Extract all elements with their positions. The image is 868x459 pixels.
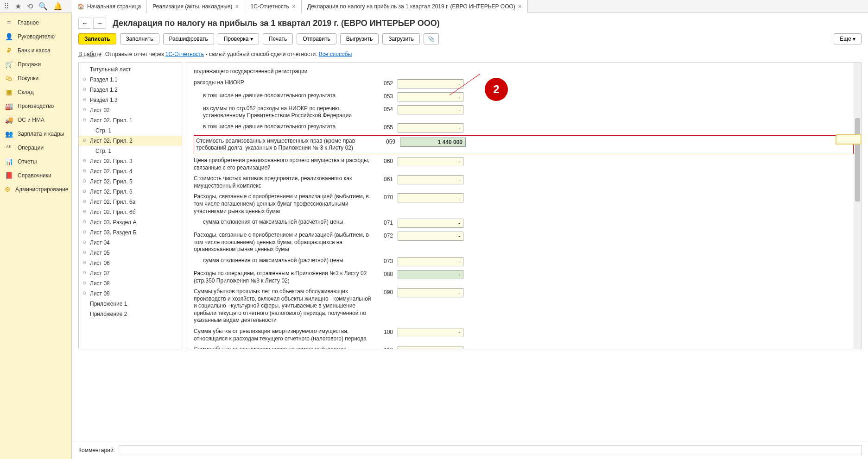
- all-methods-link[interactable]: Все способы: [319, 51, 352, 57]
- tree-item[interactable]: Лист 09: [79, 289, 182, 299]
- nav-item[interactable]: 🏭Производство: [0, 99, 71, 113]
- field-code: 071: [379, 219, 393, 226]
- value-field[interactable]: -: [398, 175, 463, 184]
- nav-item[interactable]: 🚚ОС и НМА: [0, 113, 71, 127]
- tree-item[interactable]: Лист 02. Прил. 3: [79, 156, 182, 166]
- nav-item[interactable]: 📕Справочники: [0, 169, 71, 182]
- back-button[interactable]: ←: [78, 18, 91, 29]
- history-icon[interactable]: ⟲: [27, 2, 33, 11]
- value-field[interactable]: -: [398, 123, 463, 132]
- value-field[interactable]: -: [398, 219, 463, 228]
- form-row: сумма отклонения от максимальной (расчет…: [194, 217, 854, 230]
- nav-label: Склад: [18, 89, 34, 95]
- tree-item[interactable]: Лист 02. Прил. 6: [79, 187, 182, 197]
- value-field[interactable]: -: [398, 79, 463, 88]
- fill-button[interactable]: Заполнить: [120, 33, 159, 44]
- tree-item[interactable]: Приложение 1: [79, 299, 182, 309]
- save-button[interactable]: Записать: [78, 33, 116, 44]
- more-button[interactable]: Еще ▾: [834, 33, 862, 44]
- scrollbar[interactable]: [854, 63, 861, 349]
- nav-item[interactable]: 👤Руководителю: [0, 30, 71, 44]
- tree-item[interactable]: Лист 03. Раздел А: [79, 217, 182, 227]
- tree-item[interactable]: Раздел 1.2: [79, 85, 182, 95]
- nav-label: Зарплата и кадры: [18, 131, 64, 137]
- value-field[interactable]: 1 440 000: [400, 138, 466, 147]
- tab[interactable]: 1С-Отчетность×: [245, 0, 302, 13]
- print-button[interactable]: Печать: [263, 33, 293, 44]
- nav-item[interactable]: ≡Главное: [0, 16, 71, 30]
- nav-icon: 📕: [5, 171, 13, 180]
- tab[interactable]: Реализация (акты, накладные)×: [147, 0, 245, 13]
- reporting-link[interactable]: 1С-Отчетность: [165, 51, 204, 57]
- field-code: 061: [379, 175, 393, 182]
- export-button[interactable]: Выгрузить: [340, 33, 379, 44]
- tree-item[interactable]: Лист 06: [79, 258, 182, 268]
- bell-icon[interactable]: 🔔: [53, 2, 63, 11]
- tree-item[interactable]: Лист 02. Прил. 6б: [79, 207, 182, 217]
- tree-item[interactable]: Стр. 1: [79, 126, 182, 136]
- form-row: из суммы по стр.052 расходы на НИОКР по …: [194, 103, 854, 121]
- comment-input[interactable]: [119, 445, 862, 455]
- value-field[interactable]: -: [398, 232, 463, 241]
- nav-item[interactable]: 🛒Продажи: [0, 57, 71, 71]
- nav-item[interactable]: 👥Зарплата и кадры: [0, 127, 71, 141]
- value-field[interactable]: -: [398, 288, 463, 297]
- scrollbar-thumb[interactable]: [855, 118, 860, 201]
- forward-button[interactable]: →: [93, 18, 106, 29]
- import-button[interactable]: Загрузить: [382, 33, 420, 44]
- value-field[interactable]: -: [398, 105, 463, 114]
- decode-button[interactable]: Расшифровать: [163, 33, 214, 44]
- value-field[interactable]: -: [398, 157, 463, 166]
- field-code: 055: [379, 123, 393, 131]
- section-tree[interactable]: Титульный листРаздел 1.1Раздел 1.2Раздел…: [78, 62, 182, 349]
- tree-item[interactable]: Лист 02. Прил. 5: [79, 176, 182, 187]
- tree-item[interactable]: Лист 08: [79, 278, 182, 289]
- value-field[interactable]: -: [398, 270, 463, 279]
- nav-item[interactable]: 📊Отчеты: [0, 155, 71, 169]
- field-code: [379, 68, 393, 69]
- value-field[interactable]: -: [398, 193, 463, 202]
- value-field[interactable]: -: [398, 346, 463, 349]
- close-icon[interactable]: ×: [518, 3, 522, 10]
- nav-item[interactable]: ᴬᴷОперации: [0, 141, 71, 155]
- tree-item[interactable]: Лист 02. Прил. 4: [79, 166, 182, 176]
- field-code: 072: [379, 232, 393, 239]
- nav-item[interactable]: ▦Склад: [0, 85, 71, 99]
- nav-item[interactable]: ⚙Администрирование: [0, 182, 71, 196]
- value-field[interactable]: -: [398, 328, 463, 337]
- close-icon[interactable]: ×: [235, 3, 239, 10]
- nav-icon: ₽: [5, 46, 13, 55]
- tree-item[interactable]: Лист 02. Прил. 6а: [79, 197, 182, 207]
- tree-item[interactable]: Лист 02. Прил. 1: [79, 115, 182, 126]
- tree-item[interactable]: Лист 02: [79, 105, 182, 115]
- tree-item[interactable]: Раздел 1.3: [79, 95, 182, 105]
- nav-icon: ≡: [5, 19, 13, 27]
- tree-item[interactable]: Приложение 2: [79, 309, 182, 319]
- tree-item[interactable]: Лист 03. Раздел Б: [79, 227, 182, 238]
- form-row: в том числе не давшие положительного рез…: [194, 121, 854, 134]
- tab[interactable]: Декларация по налогу на прибыль за 1 ква…: [302, 0, 528, 13]
- nav-item[interactable]: 🛍Покупки: [0, 71, 71, 85]
- form-area[interactable]: подлежащего государственной регистрациир…: [186, 62, 862, 349]
- search-icon[interactable]: 🔍: [38, 2, 48, 11]
- status-badge[interactable]: В работе: [78, 51, 101, 57]
- attach-button[interactable]: 📎: [424, 33, 439, 44]
- nav-item[interactable]: ₽Банк и касса: [0, 44, 71, 57]
- tree-item[interactable]: Лист 04: [79, 238, 182, 248]
- check-button[interactable]: Проверка ▾: [218, 33, 259, 44]
- nav-icon: ⚙: [5, 185, 11, 194]
- nav-icon: 🛍: [5, 74, 13, 82]
- apps-icon[interactable]: ⠿: [4, 2, 9, 11]
- close-icon[interactable]: ×: [292, 3, 296, 10]
- field-code: 090: [379, 288, 393, 296]
- tree-item[interactable]: Лист 07: [79, 268, 182, 278]
- tree-item[interactable]: Лист 02. Прил. 2: [79, 136, 182, 146]
- tree-item[interactable]: Раздел 1.1: [79, 75, 182, 85]
- tree-item[interactable]: Стр. 1: [79, 146, 182, 156]
- tree-item[interactable]: Лист 05: [79, 248, 182, 258]
- tab[interactable]: 🏠Начальная страница: [72, 0, 147, 13]
- tree-item[interactable]: Титульный лист: [79, 64, 182, 75]
- value-field[interactable]: -: [398, 257, 463, 266]
- star-icon[interactable]: ★: [15, 2, 21, 11]
- send-button[interactable]: Отправить: [297, 33, 336, 44]
